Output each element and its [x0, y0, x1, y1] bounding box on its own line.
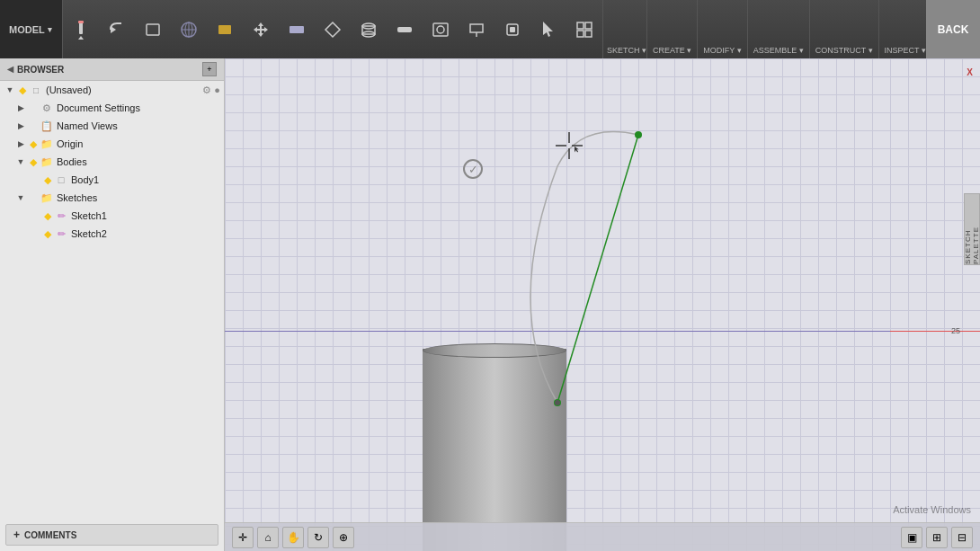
toolbar-sketch-icon6[interactable] — [243, 0, 279, 58]
tree-item-sketch2[interactable]: ▶ ◆ ✏ Sketch2 — [0, 225, 224, 243]
model-arrow: ▾ — [48, 25, 52, 34]
pan-button[interactable]: ✋ — [282, 527, 304, 548]
tree-arrow-unsaved: ▼ — [4, 84, 16, 96]
toolbar-sketch-icon3[interactable] — [135, 0, 171, 58]
svg-rect-25 — [585, 31, 592, 37]
grid-toggle-button[interactable]: ⊞ — [926, 527, 948, 548]
comments-icon: + — [13, 529, 20, 541]
sketches-icon: 📁 — [40, 191, 54, 205]
toolbar-sketch-icon4[interactable] — [171, 0, 207, 58]
snap-toggle-button[interactable]: ⊟ — [951, 527, 973, 548]
toolbar-sketch-icon14[interactable] — [530, 0, 566, 58]
construct-group[interactable]: CONSTRUCT ▾ — [810, 0, 879, 58]
right-toolbar-group: ▣ ⊞ ⊟ — [901, 527, 973, 548]
file-icon: □ — [29, 83, 43, 97]
eye-sketches: ◆ — [27, 191, 40, 204]
comments-box[interactable]: + COMMENTS — [5, 524, 218, 546]
orbit-button[interactable]: ↻ — [307, 527, 329, 548]
create-group[interactable]: CREATE ▾ — [647, 0, 698, 58]
svg-rect-22 — [577, 22, 584, 29]
svg-rect-4 — [147, 24, 159, 35]
browser-title: BROWSER — [17, 65, 64, 75]
assemble-label: ASSEMBLE ▾ — [753, 46, 804, 55]
eye-docsettings: ◆ — [27, 102, 40, 114]
toolbar-sketch-icon15[interactable] — [566, 0, 602, 58]
cylinder-body — [423, 349, 566, 551]
eye-namedviews: ◆ — [27, 120, 40, 132]
zoom-button[interactable]: ⊕ — [333, 527, 354, 548]
home-button[interactable]: ⌂ — [257, 527, 279, 548]
grid-small-icon — [572, 17, 597, 42]
back-label: BACK — [938, 23, 969, 36]
toolbar-sketch-icon13[interactable] — [494, 0, 530, 58]
check-mark-indicator[interactable]: ✓ — [463, 159, 483, 179]
tree-item-namedviews[interactable]: ▶ ◆ 📋 Named Views — [0, 117, 224, 135]
toolbar-sketch-icon10[interactable] — [387, 0, 423, 58]
display-mode-button[interactable]: ▣ — [901, 527, 922, 548]
tree-arrow-bodies: ▼ — [14, 156, 27, 168]
tree-label-namedviews: Named Views — [57, 120, 118, 131]
toolbar-sketch-icon11[interactable] — [423, 0, 459, 58]
gear-small-icon: ⚙ — [40, 101, 54, 115]
dot-menu-icon: ● — [214, 84, 220, 95]
svg-rect-16 — [433, 23, 448, 36]
screen-icon — [464, 17, 489, 42]
tree-label-unsaved: (Unsaved) — [46, 84, 202, 95]
tree-label-origin: Origin — [57, 138, 83, 149]
tree-arrow-sketches: ▼ — [14, 191, 27, 204]
y-axis-value: 25 — [951, 326, 960, 335]
bodies-icon: 📁 — [40, 155, 54, 169]
toolbar-sketch-icon12[interactable] — [459, 0, 494, 58]
modify-label: MODIFY ▾ — [703, 46, 741, 55]
blue-axis-line — [225, 331, 890, 332]
sidebar: ◀ BROWSER + ▼ ◆ □ (Unsaved) ⚙ ● ▶ ◆ ⚙ Do… — [0, 58, 225, 551]
svg-marker-21 — [543, 22, 553, 37]
inspect-group[interactable]: INSPECT ▾ — [879, 0, 932, 58]
toolbar-sketch-icon8[interactable] — [315, 0, 351, 58]
model-button[interactable]: MODEL ▾ — [0, 0, 63, 58]
tree-item-unsaved[interactable]: ▼ ◆ □ (Unsaved) ⚙ ● — [0, 81, 224, 99]
globe-icon — [176, 17, 201, 42]
tree-item-sketch1[interactable]: ▶ ◆ ✏ Sketch1 — [0, 207, 224, 225]
body1-icon: □ — [54, 173, 68, 187]
toolbar-sketch-icon9[interactable] — [351, 0, 387, 58]
toolbar-sketch-icon5[interactable] — [207, 0, 243, 58]
tree-item-bodies[interactable]: ▼ ◆ 📁 Bodies — [0, 153, 224, 171]
viewport[interactable]: ✓ 25 X Activate Windows SKETCH PALETTE — [225, 58, 980, 551]
tree-item-docsettings[interactable]: ▶ ◆ ⚙ Document Settings — [0, 99, 224, 117]
toolbar-sketch-icon7[interactable] — [279, 0, 315, 58]
toolbar: MODEL ▾ — [0, 0, 980, 58]
svg-rect-9 — [218, 25, 231, 34]
svg-rect-15 — [397, 27, 412, 32]
sketch2-icon: ✏ — [54, 227, 68, 241]
svg-rect-2 — [78, 21, 84, 23]
tree-arrow-docsettings: ▶ — [14, 102, 27, 114]
toolbar-sketch-icon1[interactable] — [63, 0, 99, 58]
flat-icon — [320, 17, 345, 42]
eye-body1: ◆ — [41, 173, 54, 186]
model-label: MODEL — [9, 24, 45, 35]
arrows-icon — [284, 17, 309, 42]
chip-icon — [500, 17, 525, 42]
move-tool-button[interactable]: ✛ — [232, 527, 254, 548]
photo-icon — [428, 17, 453, 42]
toolbar-sketch-icon2[interactable] — [99, 0, 135, 58]
modify-group[interactable]: MODIFY ▾ — [698, 0, 747, 58]
back-button[interactable]: BACK — [926, 0, 980, 58]
eye-sketch2: ◆ — [41, 227, 54, 240]
browser-expand-button[interactable]: + — [202, 62, 217, 76]
browser-header: ◀ BROWSER + — [0, 58, 224, 81]
tree-item-body1[interactable]: ▶ ◆ □ Body1 — [0, 171, 224, 189]
main-area: ◀ BROWSER + ▼ ◆ □ (Unsaved) ⚙ ● ▶ ◆ ⚙ Do… — [0, 58, 980, 551]
sketch-palette-handle[interactable]: SKETCH PALETTE — [964, 193, 980, 265]
cursor-icon — [536, 17, 561, 42]
tree-item-sketches[interactable]: ▼ ◆ 📁 Sketches — [0, 189, 224, 207]
tree-item-origin[interactable]: ▶ ◆ 📁 Origin — [0, 135, 224, 153]
svg-rect-10 — [290, 26, 304, 33]
svg-rect-20 — [510, 27, 515, 32]
sketch1-icon: ✏ — [54, 209, 68, 223]
tree-arrow-namedviews: ▶ — [14, 120, 27, 132]
assemble-group[interactable]: ASSEMBLE ▾ — [748, 0, 810, 58]
inspect-label: INSPECT ▾ — [885, 46, 926, 55]
eye-unsaved: ◆ — [16, 84, 29, 96]
